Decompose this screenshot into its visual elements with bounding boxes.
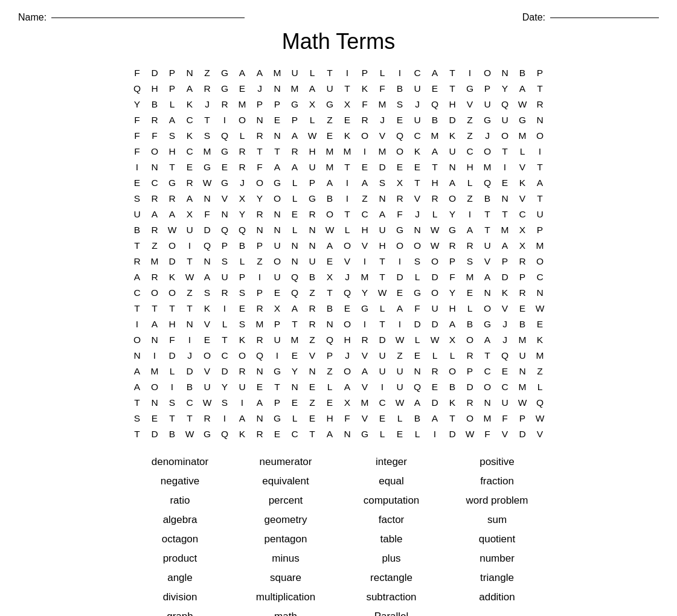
grid-cell: N [444,159,461,175]
grid-cell: E [514,301,531,316]
grid-cell: A [356,364,374,379]
grid-cell: P [269,97,286,112]
grid-cell: P [461,364,479,379]
grid-cell: V [199,364,216,379]
list-item: negative [127,473,233,489]
grid-cell: G [199,426,216,442]
grid-cell: A [496,238,514,254]
grid-cell: W [181,269,199,285]
grid-cell: T [409,175,426,191]
grid-cell: X [304,97,321,112]
grid-cell: L [409,426,426,442]
grid-cell: Q [216,426,234,442]
grid-cell: B [234,238,251,254]
grid-cell: T [531,159,549,175]
name-label: Name: [18,12,47,23]
grid-cell: W [374,285,391,301]
grid-cell: G [321,97,339,112]
grid-cell: A [164,207,181,222]
grid-cell: M [146,254,164,269]
grid-cell: R [514,285,531,301]
date-field: Date: [522,12,659,23]
grid-cell: N [496,191,514,207]
grid-cell: I [356,254,374,269]
grid-cell: O [479,379,496,395]
grid-cell: Q [216,128,234,144]
grid-cell: R [164,191,181,207]
grid-cell: Q [409,379,426,395]
grid-cell: R [146,191,164,207]
grid-cell: I [181,332,199,348]
grid-cell: J [409,207,426,222]
list-item: math [233,609,339,616]
grid-cell: P [251,238,269,254]
grid-cell: S [199,128,216,144]
grid-cell: M [321,144,339,159]
grid-cell: G [269,364,286,379]
grid-cell: P [321,348,339,364]
grid-cell: Y [444,207,461,222]
grid-cell: O [479,301,496,316]
grid-cell: V [356,411,374,426]
grid-cell: B [426,112,444,128]
grid-row: ECGRWGJOGLPAIASXTHALQEKA [129,175,549,191]
list-item: word problem [444,493,550,509]
grid-cell: P [269,316,286,332]
grid-cell: K [181,128,199,144]
grid-row: COOZSRSPEQZTQYWEGOYENKRN [129,285,549,301]
grid-cell: O [409,238,426,254]
grid-cell: U [374,222,391,238]
grid-cell: M [531,238,549,254]
grid-cell: Z [461,128,479,144]
grid-cell: N [496,65,514,81]
grid-cell: O [496,128,514,144]
grid-cell: N [269,128,286,144]
grid-cell: R [531,97,549,112]
grid-cell: W [461,426,479,442]
grid-cell: Y [356,285,374,301]
list-item: neumerator [233,454,339,470]
grid-cell: C [181,144,199,159]
grid-cell: R [461,238,479,254]
grid-cell: S [164,395,181,411]
grid-cell: T [339,159,356,175]
grid-cell: E [286,207,304,222]
grid-cell: E [426,379,444,395]
grid-row: QHPARGEJNMAUTKFBUETGPYAT [129,81,549,97]
grid-cell: O [146,379,164,395]
grid-cell: R [286,144,304,159]
grid-cell: A [234,411,251,426]
grid-cell: Q [496,348,514,364]
grid-cell: X [181,207,199,222]
grid-cell: C [374,395,391,411]
grid-cell: E [461,285,479,301]
grid-cell: R [146,269,164,285]
grid-cell: K [199,301,216,316]
grid-cell: F [374,81,391,97]
grid-cell: E [234,81,251,97]
list-item: positive [444,454,550,470]
list-item: percent [233,493,339,509]
grid-cell: A [426,144,444,159]
grid-cell: N [409,364,426,379]
grid-cell: A [129,379,146,395]
grid-cell: R [514,254,531,269]
grid-cell: F [251,159,269,175]
grid-cell: T [129,426,146,442]
grid-cell: V [479,254,496,269]
grid-cell: T [496,144,514,159]
grid-cell: N [129,348,146,364]
list-item: square [233,570,339,586]
grid-cell: E [496,175,514,191]
grid-cell: K [514,175,531,191]
grid-cell: L [461,301,479,316]
grid-cell: D [496,269,514,285]
grid-cell: L [286,191,304,207]
list-item: plus [339,551,444,566]
grid-cell: A [426,65,444,81]
grid-cell: E [391,112,409,128]
grid-cell: A [479,332,496,348]
grid-cell: A [409,395,426,411]
grid-cell: U [286,65,304,81]
grid-cell: E [409,348,426,364]
